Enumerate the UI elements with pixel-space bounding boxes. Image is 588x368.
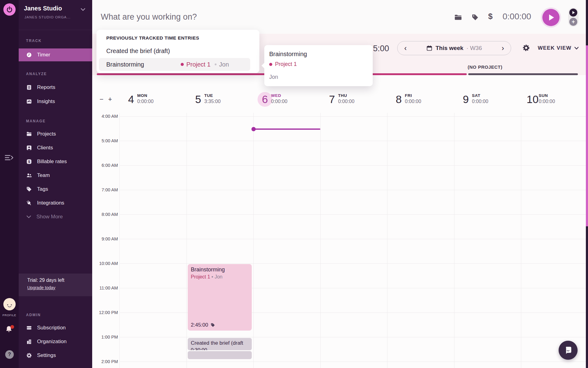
hour-label: 9:00 AM: [90, 236, 118, 241]
sidebar-item-label: Timer: [37, 52, 50, 58]
play-icon: [572, 11, 575, 14]
day-header-sun[interactable]: 10 SUN0:00:00: [521, 92, 588, 112]
day-total: 0:00:00: [137, 99, 153, 104]
upgrade-link[interactable]: Upgrade today: [27, 285, 55, 290]
hour-label: 6:00 AM: [90, 163, 118, 168]
tags-button[interactable]: [471, 13, 479, 21]
hour-label: 12:00 PM: [90, 310, 118, 315]
notifications-button[interactable]: [5, 325, 14, 335]
sidebar-item-timer[interactable]: Timer: [19, 48, 92, 61]
sidebar-item-label: Reports: [37, 84, 55, 90]
project-dot: [181, 63, 184, 66]
next-week-button[interactable]: ›: [502, 44, 504, 52]
day-number: 7: [325, 92, 339, 107]
start-timer-button[interactable]: [541, 7, 561, 28]
chevron-down-icon: [26, 215, 32, 219]
week-label[interactable]: This week: [435, 45, 463, 52]
day-total: 0:00:00: [271, 99, 287, 104]
sidebar-item-subscription[interactable]: Subscription: [19, 321, 92, 334]
sidebar-item-label: Subscription: [37, 325, 66, 331]
tooltip-project: Project 1: [275, 61, 297, 67]
workspace-name[interactable]: Janes Studio: [24, 5, 62, 12]
calendar-settings-button[interactable]: [522, 44, 530, 52]
sidebar-item-reports[interactable]: Reports: [19, 81, 92, 94]
help-glyph: ?: [8, 352, 11, 357]
section-analyze: ANALYZE: [26, 72, 47, 76]
sidebar-item-label: Integrations: [37, 200, 64, 206]
notification-badge: [10, 325, 14, 329]
sidebar-item-integrations[interactable]: Integrations: [19, 197, 92, 209]
day-label: WED: [271, 93, 287, 98]
collapse-sidebar-icon: [4, 153, 14, 162]
day-header-mon[interactable]: 4 MON0:00:00: [119, 92, 186, 112]
workspace-chevron-down-icon[interactable]: [81, 8, 85, 11]
view-switcher[interactable]: WEEK VIEW: [538, 45, 579, 51]
sidebar-item-projects[interactable]: Projects: [19, 128, 92, 140]
zoom-out-button[interactable]: −: [100, 95, 104, 103]
previous-week-button[interactable]: ‹: [404, 44, 407, 52]
event-title: Brainstorming: [191, 266, 249, 273]
sidebar-item-settings[interactable]: Settings: [19, 349, 92, 362]
zoom-in-button[interactable]: +: [108, 95, 112, 103]
day-label: SUN: [539, 93, 555, 98]
day-header-tue[interactable]: 5 TUE3:35:00: [187, 92, 253, 112]
week-number: · W36: [466, 45, 482, 52]
time-entry-small[interactable]: [188, 351, 252, 359]
app-logo[interactable]: [3, 3, 16, 16]
event-member: Jon: [215, 274, 223, 279]
folder-icon: [26, 131, 32, 137]
support-chat-button[interactable]: [559, 341, 578, 360]
day-label: TUE: [204, 93, 221, 98]
svg-text:$: $: [28, 160, 30, 163]
dropdown-header: PREVIOUSLY TRACKED TIME ENTRIES: [106, 35, 199, 41]
power-icon: [6, 6, 13, 13]
day-header-wed-today[interactable]: 6 WED0:00:00: [253, 92, 320, 112]
sidebar-item-label: Show More: [36, 214, 63, 220]
play-icon: [542, 9, 560, 26]
day-total: 0:00:00: [338, 99, 354, 104]
event-title: Created the brief (draft: [191, 340, 249, 346]
sidebar-item-billable-rates[interactable]: $ Billable rates: [19, 155, 92, 168]
task-description-input[interactable]: [100, 7, 377, 26]
avatar-face-icon: [3, 298, 16, 310]
hour-label: 2:00 PM: [90, 359, 118, 364]
tag-icon: [26, 186, 32, 192]
billable-button[interactable]: $: [488, 12, 492, 21]
current-time-indicator: [253, 128, 320, 130]
credit-card-icon: [26, 325, 32, 331]
sidebar-item-clients[interactable]: Clients: [19, 141, 92, 154]
folder-icon: [454, 13, 462, 21]
day-number: 4: [124, 92, 138, 107]
avatar[interactable]: [3, 298, 16, 310]
hour-label: 4:00 AM: [90, 114, 118, 119]
scrollbar-segment-pink[interactable]: [586, 45, 588, 226]
dropdown-item-project: Project 1: [186, 61, 210, 68]
event-project: Project 1: [191, 274, 210, 279]
sidebar-collapse-button[interactable]: [4, 153, 14, 162]
sidebar-item-team[interactable]: Team: [19, 169, 92, 182]
time-entry-created-brief[interactable]: Created the brief (draft 0:30:00: [188, 338, 252, 350]
timer-mode-button[interactable]: [569, 9, 577, 17]
sidebar-item-tags[interactable]: Tags: [19, 183, 92, 196]
sidebar-item-organization[interactable]: Organization: [19, 335, 92, 348]
chat-bubble-icon: [564, 346, 573, 355]
manual-mode-button[interactable]: +: [569, 18, 577, 26]
workspace-org-label: JANES STUDIO ORGA...: [24, 15, 70, 19]
separator-dot: [215, 63, 217, 65]
day-header-fri[interactable]: 8 FRI0:00:00: [387, 92, 454, 112]
dropdown-item-created-brief[interactable]: Created the brief (draft): [106, 46, 250, 56]
sidebar-item-show-more[interactable]: Show More: [19, 210, 92, 223]
time-entry-brainstorming[interactable]: Brainstorming Project 1 • Jon 2:45:00: [188, 264, 252, 331]
scrollbar-segment-top: [586, 0, 588, 45]
project-folder-button[interactable]: [454, 13, 462, 21]
hour-label: 11:00 AM: [90, 286, 118, 290]
sidebar-item-label: Team: [37, 172, 50, 178]
day-header-sat[interactable]: 9 SAT0:00:00: [454, 92, 521, 112]
day-header-thu[interactable]: 7 THU0:00:00: [320, 92, 387, 112]
dropdown-item-title: Brainstorming: [106, 61, 144, 68]
dropdown-item-brainstorming[interactable]: Brainstorming Project 1 Jon: [99, 58, 250, 71]
dropdown-item-member: Jon: [219, 61, 229, 68]
insights-icon: [26, 98, 32, 105]
help-button[interactable]: ?: [5, 350, 14, 359]
sidebar-item-insights[interactable]: Insights: [19, 95, 92, 108]
